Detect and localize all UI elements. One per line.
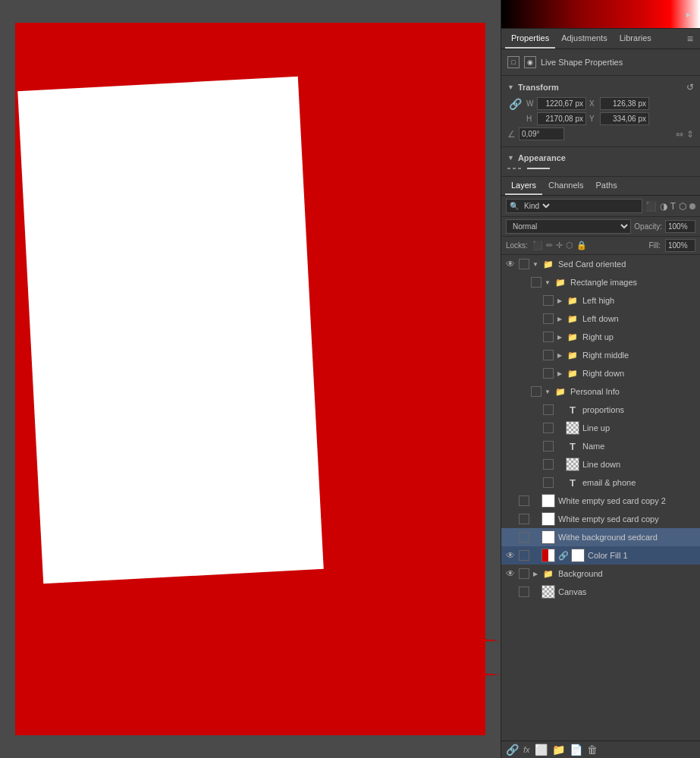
checkbox-name[interactable]: [543, 441, 554, 451]
panel-more-icon[interactable]: ≡: [684, 30, 696, 48]
tab-adjustments[interactable]: Adjustments: [555, 29, 614, 49]
blend-mode-select[interactable]: Normal: [506, 219, 631, 234]
filter-pixel-icon[interactable]: ⬛: [645, 201, 657, 212]
checkbox-withe-bg[interactable]: [519, 532, 529, 543]
layer-group-icon[interactable]: 📁: [552, 744, 565, 756]
appearance-header[interactable]: ▼ Appearance: [507, 151, 694, 165]
layer-name-text[interactable]: T Name: [501, 437, 700, 455]
expand-right-down[interactable]: ▶: [556, 370, 563, 377]
layer-right-down[interactable]: ▶ 📁 Right down: [501, 364, 700, 382]
checkbox-line-down[interactable]: [543, 459, 554, 470]
visibility-color-fill[interactable]: 👁: [504, 550, 516, 561]
expand-personal-info[interactable]: ▼: [544, 388, 551, 395]
y-input[interactable]: [600, 112, 649, 125]
checkbox-email-phone[interactable]: [543, 477, 554, 488]
layer-link-icon[interactable]: 🔗: [506, 744, 519, 756]
flip-h-icon[interactable]: ⇔: [676, 129, 683, 140]
expand-left-down[interactable]: ▶: [556, 316, 563, 322]
checkbox-left-high[interactable]: [543, 295, 554, 306]
layer-right-up[interactable]: ▶ 📁 Right up: [501, 328, 700, 346]
layer-color-fill-1[interactable]: 👁 🔗 Color Fill 1: [501, 546, 700, 565]
visibility-background[interactable]: 👁: [504, 568, 516, 579]
layer-line-up[interactable]: Line up: [501, 419, 700, 437]
transform-label: Transform: [518, 83, 559, 92]
filter-adjust-icon[interactable]: ◑: [660, 201, 667, 212]
fill-input[interactable]: [665, 239, 695, 252]
layer-sed-card-oriented[interactable]: 👁 ▼ 📁 Sed Card oriented: [501, 255, 700, 273]
checkbox-background[interactable]: [519, 568, 529, 579]
w-input[interactable]: [537, 97, 586, 110]
layer-fx-icon[interactable]: fx: [523, 745, 530, 754]
expand-right-middle[interactable]: ▶: [556, 352, 563, 359]
link-wh-icon[interactable]: 🔗: [507, 98, 523, 110]
checkbox-sed-card[interactable]: [519, 259, 529, 269]
layer-white-empty-copy[interactable]: White empty sed card copy: [501, 510, 700, 528]
tab-properties[interactable]: Properties: [505, 29, 555, 49]
expand-rect-images[interactable]: ▼: [544, 279, 551, 286]
checkbox-right-down[interactable]: [543, 368, 554, 379]
locks-label: Locks:: [506, 241, 528, 250]
transform-wh-row: 🔗 W X: [507, 97, 694, 110]
color-bar-arrow[interactable]: ▶: [686, 11, 691, 17]
layer-email-phone[interactable]: T email & phone: [501, 473, 700, 492]
checkbox-personal-info[interactable]: [531, 386, 541, 397]
lock-pixels-icon[interactable]: ⬛: [532, 241, 543, 250]
layer-personal-info[interactable]: ▼ 📁 Personal Info: [501, 382, 700, 401]
layer-rectangle-images[interactable]: ▼ 📁 Rectangle images: [501, 273, 700, 291]
checkbox-white-copy[interactable]: [519, 514, 529, 524]
tab-channels[interactable]: Channels: [542, 177, 589, 195]
checkbox-proportions[interactable]: [543, 404, 554, 415]
expand-sed-card[interactable]: ▼: [532, 261, 539, 268]
kind-select[interactable]: Kind: [521, 201, 552, 211]
layer-left-high[interactable]: ▶ 📁 Left high: [501, 291, 700, 310]
thumb-line-down: [566, 458, 579, 471]
checkbox-right-middle[interactable]: [543, 350, 554, 360]
tab-paths[interactable]: Paths: [590, 177, 623, 195]
layer-white-empty-copy-2[interactable]: White empty sed card copy 2: [501, 492, 700, 510]
filter-shape-icon[interactable]: ⬡: [679, 201, 686, 212]
layers-panel: Layers Channels Paths 🔍 Kind ⬛ ◑ T ⬡ Nor…: [501, 177, 700, 758]
layer-left-down[interactable]: ▶ 📁 Left down: [501, 310, 700, 328]
layer-mask-icon[interactable]: ⬜: [535, 744, 548, 756]
angle-input[interactable]: [519, 127, 564, 140]
checkbox-white-copy2[interactable]: [519, 495, 529, 506]
lock-artboard-icon[interactable]: ⬡: [566, 241, 573, 250]
flip-v-icon[interactable]: ⇕: [686, 129, 694, 140]
x-input[interactable]: [600, 97, 649, 110]
checkbox-line-up[interactable]: [543, 423, 554, 433]
visibility-sed-card[interactable]: 👁: [504, 259, 516, 269]
checkbox-color-fill[interactable]: [519, 550, 529, 561]
layer-background-folder[interactable]: 👁 ▶ 📁 Background: [501, 565, 700, 583]
filter-type-icon[interactable]: T: [670, 201, 676, 212]
layer-new-icon[interactable]: 📄: [570, 744, 582, 756]
expand-right-up[interactable]: ▶: [556, 334, 563, 341]
checkbox-rect-images[interactable]: [531, 277, 541, 288]
layer-right-middle[interactable]: ▶ 📁 Right middle: [501, 346, 700, 364]
lock-all-icon[interactable]: 🔒: [576, 241, 587, 250]
tab-libraries[interactable]: Libraries: [614, 29, 658, 49]
appearance-collapse-icon: ▼: [507, 154, 514, 162]
fill-label: Fill:: [648, 241, 661, 250]
checkbox-right-up[interactable]: [543, 332, 554, 342]
expand-left-high[interactable]: ▶: [556, 297, 563, 304]
lock-move-icon[interactable]: ✛: [556, 241, 563, 250]
transform-reset-icon[interactable]: ↺: [686, 82, 694, 93]
tab-layers[interactable]: Layers: [505, 177, 542, 195]
h-input[interactable]: [537, 112, 586, 125]
transform-header[interactable]: ▼ Transform ↺: [507, 80, 694, 95]
folder-icon-left-high: 📁: [566, 294, 579, 307]
flip-icons: ⇔ ⇕: [676, 129, 694, 140]
layer-proportions[interactable]: T proportions: [501, 401, 700, 419]
layer-delete-icon[interactable]: 🗑: [587, 744, 598, 756]
layer-withe-background[interactable]: Withe background sedcard: [501, 528, 700, 546]
layer-canvas[interactable]: Canvas: [501, 583, 700, 601]
opacity-input[interactable]: [665, 220, 695, 233]
layer-name-email-phone: email & phone: [582, 478, 697, 487]
expand-background[interactable]: ▶: [532, 571, 539, 577]
lock-gradient-icon[interactable]: ✏: [546, 241, 553, 250]
filter-search: 🔍 Kind: [506, 199, 642, 213]
layer-line-down[interactable]: Line down: [501, 455, 700, 473]
checkbox-canvas[interactable]: [519, 587, 529, 597]
filter-dot[interactable]: [689, 203, 695, 209]
checkbox-left-down[interactable]: [543, 313, 554, 324]
